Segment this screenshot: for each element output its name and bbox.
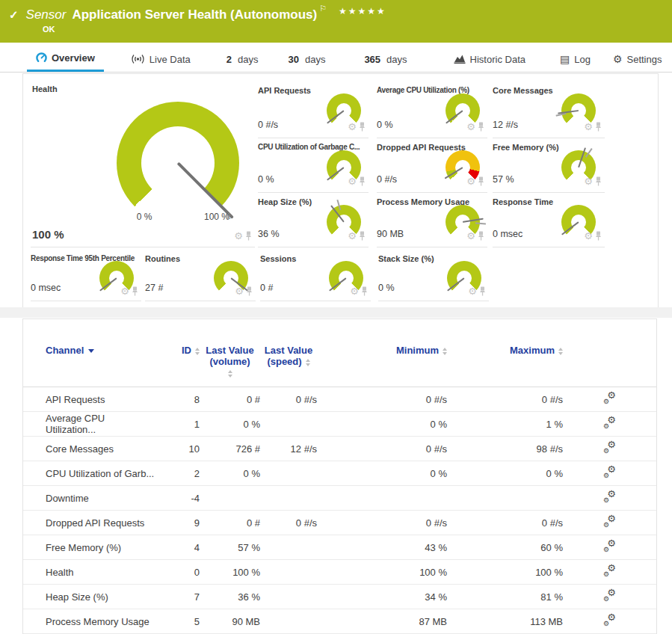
edit-channel-gears-icon[interactable]: ⚙⚙	[603, 393, 616, 404]
gauge-title: API Requests	[258, 86, 311, 95]
tab-log[interactable]: ▤ Log	[560, 46, 591, 72]
pin-icon[interactable]	[245, 231, 252, 241]
tab-365-days[interactable]: 365 days	[364, 46, 407, 72]
gauge-tile[interactable]: CPU Utilization of Garbage C...0 %⚙	[258, 138, 369, 193]
gauge-value: 0 #	[260, 283, 273, 293]
channel-id-cell: 7	[158, 585, 200, 609]
tab-overview[interactable]: Overview	[27, 46, 104, 72]
edit-channel-gears-icon[interactable]: ⚙⚙	[603, 417, 616, 429]
tile-gear-icon[interactable]: ⚙	[466, 176, 475, 186]
edit-channel-gears-icon[interactable]: ⚙⚙	[603, 516, 616, 528]
gauge-tile-health[interactable]: Health 0 % 100 % x̄ 100 % ⚙	[31, 80, 255, 247]
tile-gear-icon[interactable]: ⚙	[348, 231, 357, 241]
pin-icon[interactable]	[361, 286, 368, 296]
gauge-tile[interactable]: Sessions0 #⚙	[260, 252, 371, 301]
column-header-maximum[interactable]: Maximum	[447, 319, 563, 387]
tile-gear-icon[interactable]: ⚙	[584, 176, 593, 186]
sort-desc-icon	[88, 349, 94, 353]
pin-icon[interactable]	[595, 231, 602, 241]
tab-historic-data[interactable]: Historic Data	[454, 46, 525, 72]
pin-icon[interactable]	[595, 122, 602, 132]
tile-gear-icon[interactable]: ⚙	[348, 176, 357, 186]
priority-flag-icon[interactable]: ⚐	[319, 4, 327, 13]
edit-channel-gears-icon[interactable]: ⚙⚙	[603, 565, 616, 577]
tab-2-days[interactable]: 2 days	[226, 46, 259, 72]
tile-gear-icon[interactable]: ⚙	[468, 286, 477, 296]
edit-channel-gears-icon[interactable]: ⚙⚙	[603, 615, 616, 627]
gauges-panel: Health 0 % 100 % x̄ 100 % ⚙ API Requests…	[22, 73, 659, 308]
edit-channel-gears-icon[interactable]: ⚙⚙	[603, 541, 616, 553]
pin-icon[interactable]	[359, 122, 366, 132]
gauge-tile[interactable]: Response Time0 msec⚙	[493, 193, 605, 247]
tile-gear-icon[interactable]: ⚙	[234, 231, 243, 241]
channel-name-cell: CPU Utilization of Garb...	[46, 461, 158, 486]
last-value-volume-cell: 726 #	[200, 437, 260, 461]
tile-gear-icon[interactable]: ⚙	[235, 286, 244, 296]
pin-icon[interactable]	[132, 286, 138, 296]
tab-settings[interactable]: ⚙ Settings	[613, 46, 662, 72]
maximum-cell: 60 %	[447, 535, 563, 560]
gauge-tile[interactable]: Heap Size (%)36 %⚙	[258, 193, 369, 247]
pin-icon[interactable]	[359, 176, 366, 186]
gauge-tile[interactable]: API Requests0 #/s⚙	[258, 81, 369, 138]
maximum-cell: 1 %	[447, 412, 563, 437]
sensor-header: ✓ Sensor Application Server Health (Auto…	[0, 0, 672, 43]
tile-gear-icon[interactable]: ⚙	[120, 286, 129, 296]
channel-id-cell: 1	[158, 412, 200, 437]
column-header-last-value-speed[interactable]: Last Value (speed)	[260, 319, 317, 387]
edit-channel-gears-icon[interactable]: ⚙⚙	[603, 442, 616, 454]
tab-bar: Overview Live Data 2 days 30 days 365 da…	[0, 46, 672, 73]
minimum-cell: 34 %	[317, 585, 447, 609]
minimum-cell: 0 #/s	[317, 437, 447, 461]
last-value-volume-cell: 0 #	[200, 387, 260, 412]
pin-icon[interactable]	[478, 231, 484, 241]
gauge-tile[interactable]: Free Memory (%)57 %⚙	[493, 138, 605, 193]
gauge-value: 90 MB	[377, 229, 404, 239]
gauge-tile[interactable]: Stack Size (%)0 %⚙	[378, 252, 489, 301]
row-left-pad	[23, 609, 46, 634]
gauge-tile[interactable]: Dropped API Requests0 #/s⚙	[377, 138, 487, 193]
tile-gear-icon[interactable]: ⚙	[584, 122, 593, 132]
edit-channel-gears-icon[interactable]: ⚙⚙	[603, 491, 616, 503]
average-marker: x̄	[226, 212, 231, 221]
gauge-tile[interactable]: Average CPU Utilization (%)0 %⚙	[377, 81, 487, 138]
pin-icon[interactable]	[359, 231, 366, 241]
gauge-value: 0 #/s	[377, 174, 397, 185]
pin-icon[interactable]	[478, 122, 484, 132]
tab-live-data[interactable]: Live Data	[131, 46, 191, 72]
gauge-tile[interactable]: Process Memory Usage90 MB⚙	[377, 193, 487, 247]
column-header-last-value-volume[interactable]: Last Value (volume)	[200, 319, 260, 387]
log-icon: ▤	[560, 54, 570, 64]
tile-gear-icon[interactable]: ⚙	[350, 286, 359, 296]
column-header-id[interactable]: ID	[158, 319, 200, 387]
pin-icon[interactable]	[479, 286, 486, 296]
pin-icon[interactable]	[246, 286, 253, 296]
edit-channel-gears-icon[interactable]: ⚙⚙	[603, 467, 616, 478]
gauge-title: Sessions	[260, 254, 296, 263]
channel-settings-cell: ⚙⚙	[563, 511, 656, 535]
pin-icon[interactable]	[595, 176, 602, 186]
channel-name-cell: Heap Size (%)	[46, 585, 158, 609]
tile-gear-icon[interactable]: ⚙	[584, 231, 593, 241]
tile-gear-icon[interactable]: ⚙	[348, 122, 357, 132]
pin-icon[interactable]	[478, 176, 484, 186]
gauge-tile[interactable]: Routines27 #⚙	[145, 252, 256, 301]
gauge-title: Stack Size (%)	[378, 254, 434, 263]
column-header-minimum[interactable]: Minimum	[317, 319, 447, 387]
tile-gear-icon[interactable]: ⚙	[466, 231, 475, 241]
last-value-volume-cell: 0 %	[200, 461, 260, 486]
gauge-tile[interactable]: Response Time 95th Percentile0 msec⚙	[31, 252, 141, 301]
column-header-channel[interactable]: Channel	[46, 319, 158, 387]
channel-id-cell: -4	[158, 486, 200, 511]
priority-stars[interactable]: ★★★★★	[339, 6, 386, 16]
table-row: Heap Size (%)736 %34 %81 %⚙⚙	[23, 585, 656, 609]
gauge-value: 0 msec	[493, 229, 523, 239]
row-left-pad	[23, 535, 46, 560]
tile-gear-icon[interactable]: ⚙	[466, 122, 475, 132]
table-row: Health0100 %100 %100 %⚙⚙	[23, 560, 656, 585]
gauge-value: 12 #/s	[493, 120, 518, 130]
edit-channel-gears-icon[interactable]: ⚙⚙	[603, 590, 616, 602]
tab-30-days[interactable]: 30 days	[288, 46, 325, 72]
object-kind-label: Sensor	[26, 7, 67, 23]
gauge-tile[interactable]: Core Messages12 #/s⚙	[493, 81, 605, 138]
